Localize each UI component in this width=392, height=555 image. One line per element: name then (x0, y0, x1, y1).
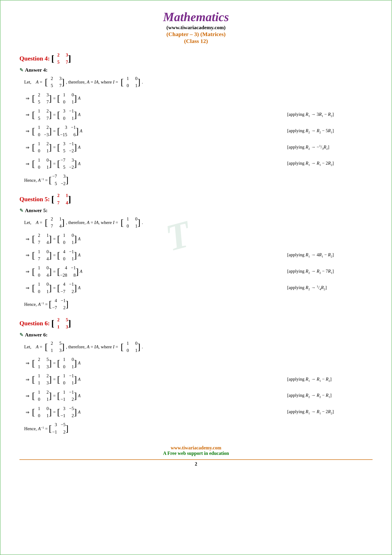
q5-step4: ⇒ [ 10 01 ] = [ 4−1 −72 (24, 281, 372, 295)
header-chapter: (Chapter – 3) (Matrices) (20, 31, 372, 37)
q5-let-line: Let, A = [ 21 74 ] , therefore, A = IA, … (24, 215, 372, 230)
solution-5: Let, A = [ 21 74 ] , therefore, A = IA, … (24, 215, 372, 312)
q5-step1: ⇒ [ 21 74 ] = [ 10 01 (24, 232, 372, 246)
q4-step2: ⇒ [ 12 57 ] = [ 3−1 01 (24, 108, 372, 122)
header-url: (www.tiwariacademy.com) (20, 24, 372, 31)
question-5-section: Question 5: [ 21 74 ] ✎ Answer 5: Let, A… (20, 192, 372, 311)
q5-step3: ⇒ [ 10 04 ] = [ 4−1 −288 (24, 264, 372, 279)
q6-step1: ⇒ [ 25 13 ] = [ 10 01 (24, 356, 372, 370)
q6-step3: ⇒ [ 12 01 ] = [ 1−1 −12 (24, 389, 372, 403)
footer-url: www.tiwariacademy.com (20, 445, 372, 451)
solution-6: Let, A = [ 25 13 ] , therefore, A = IA, … (24, 340, 372, 436)
bottom-divider (20, 459, 372, 460)
page-number: 2 (20, 461, 372, 467)
q5-hence: Hence, A−1 = [ 4−1 −72 ] (24, 297, 372, 312)
q6-let-line: Let, A = [ 25 13 ] , therefore, A = IA, … (24, 340, 372, 354)
q5-step2: ⇒ [ 10 74 ] = [ 4−1 01 (24, 248, 372, 263)
pencil-icon-5: ✎ (20, 208, 23, 213)
q4-step5: ⇒ [ 10 01 ] = [ −73 5−2 (24, 157, 372, 171)
page-header: Mathematics (www.tiwariacademy.com) (Cha… (20, 10, 372, 44)
q4-step4: ⇒ [ 12 01 ] = [ 3−1 5−2 (24, 140, 372, 155)
solution-4: Let, A = [ 23 57 ] , therefore, A = IA, … (24, 75, 372, 187)
question-6-label: Question 6: [ 25 13 ] (20, 316, 372, 331)
page-title: Mathematics (20, 10, 372, 24)
q6-step4: ⇒ [ 10 01 ] = [ 3−5 −12 (24, 405, 372, 419)
q6-step2: ⇒ [ 12 13 ] = [ 1−1 01 (24, 372, 372, 387)
q6-hence: Hence, A−1 = [ 3−5 −12 ] (24, 421, 372, 436)
footer-tagline: A Free web support in education (20, 451, 372, 456)
q4-let-line: Let, A = [ 23 57 ] , therefore, A = IA, … (24, 75, 372, 89)
question-5-label: Question 5: [ 21 74 ] (20, 192, 372, 206)
pencil-icon-6: ✎ (20, 332, 23, 338)
header-class: (Class 12) (20, 38, 372, 44)
q4-step3: ⇒ [ 12 0−3 ] = [ 3−1 −156 (24, 124, 372, 138)
question-6-section: Question 6: [ 25 13 ] ✎ Answer 6: Let, A… (20, 316, 372, 436)
question-4-section: Question 4: [ 23 57 ] ✎ Answer 4: Let, (20, 51, 372, 187)
q4-hence: Hence, A−1 = [ −73 5−2 ] (24, 173, 372, 187)
answer-4-label: ✎ Answer 4: (20, 67, 372, 73)
page-footer: www.tiwariacademy.com A Free web support… (20, 445, 372, 456)
pencil-icon-4: ✎ (20, 67, 23, 73)
answer-5-label: ✎ Answer 5: (20, 207, 372, 213)
question-4-label: Question 4: [ 23 57 ] (20, 51, 372, 66)
q4-step1: ⇒ [ 23 57 ] = [ 10 01 (24, 91, 372, 106)
answer-6-label: ✎ Answer 6: (20, 332, 372, 338)
